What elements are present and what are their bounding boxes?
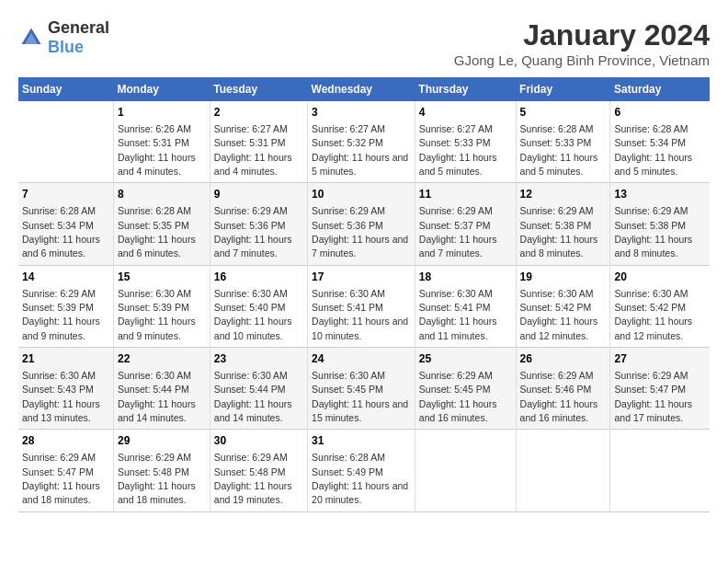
day-number: 15 [118,270,206,285]
day-cell: 12Sunrise: 6:29 AMSunset: 5:38 PMDayligh… [516,183,610,265]
daylight-text: Daylight: 11 hours and 15 minutes. [312,398,408,423]
day-cell [18,101,114,183]
day-cell: 21Sunrise: 6:30 AMSunset: 5:43 PMDayligh… [18,348,114,430]
day-cell: 9Sunrise: 6:29 AMSunset: 5:36 PMDaylight… [210,183,307,265]
daylight-text: Daylight: 11 hours and 6 minutes. [22,234,100,259]
sunrise-text: Sunrise: 6:29 AM [118,452,191,463]
daylight-text: Daylight: 11 hours and 11 minutes. [419,316,497,340]
sunrise-text: Sunrise: 6:27 AM [419,123,493,134]
day-cell: 11Sunrise: 6:29 AMSunset: 5:37 PMDayligh… [415,183,516,265]
day-cell [415,430,516,511]
day-number: 27 [614,351,706,367]
day-cell: 1Sunrise: 6:26 AMSunset: 5:31 PMDaylight… [114,101,210,183]
daylight-text: Daylight: 11 hours and 18 minutes. [118,480,196,505]
day-number: 1 [118,105,206,121]
sunrise-text: Sunrise: 6:30 AM [520,288,594,299]
day-cell: 13Sunrise: 6:29 AMSunset: 5:38 PMDayligh… [610,183,710,265]
day-cell: 20Sunrise: 6:30 AMSunset: 5:42 PMDayligh… [610,265,710,347]
daylight-text: Daylight: 11 hours and 16 minutes. [419,398,497,423]
sunset-text: Sunset: 5:42 PM [520,302,592,313]
daylight-text: Daylight: 11 hours and 17 minutes. [614,398,692,423]
sunset-text: Sunset: 5:42 PM [614,302,686,313]
sunrise-text: Sunrise: 6:30 AM [118,370,191,381]
sunrise-text: Sunrise: 6:30 AM [419,288,493,299]
day-number: 2 [214,105,303,121]
calendar-body: 1Sunrise: 6:26 AMSunset: 5:31 PMDaylight… [18,101,710,511]
day-cell: 14Sunrise: 6:29 AMSunset: 5:39 PMDayligh… [18,265,114,347]
sunrise-text: Sunrise: 6:29 AM [520,370,594,381]
day-cell: 8Sunrise: 6:28 AMSunset: 5:35 PMDaylight… [114,183,210,265]
daylight-text: Daylight: 11 hours and 5 minutes. [614,152,692,177]
sunset-text: Sunset: 5:33 PM [520,137,592,148]
day-cell: 29Sunrise: 6:29 AMSunset: 5:48 PMDayligh… [114,430,210,511]
daylight-text: Daylight: 11 hours and 8 minutes. [614,234,692,259]
daylight-text: Daylight: 11 hours and 9 minutes. [22,316,100,340]
sunrise-text: Sunrise: 6:26 AM [118,123,191,134]
day-number: 4 [419,105,512,121]
sunset-text: Sunset: 5:31 PM [214,137,286,148]
sunset-text: Sunset: 5:38 PM [520,220,592,231]
sunrise-text: Sunrise: 6:29 AM [312,205,385,216]
sunrise-text: Sunrise: 6:30 AM [214,288,288,299]
day-cell [610,430,710,511]
day-number: 30 [214,433,303,449]
sunset-text: Sunset: 5:34 PM [614,137,686,148]
header-cell-saturday: Saturday [610,77,710,101]
day-number: 11 [419,187,512,202]
daylight-text: Daylight: 11 hours and 14 minutes. [118,398,196,423]
logo-icon [18,25,44,51]
day-cell: 17Sunrise: 6:30 AMSunset: 5:41 PMDayligh… [308,265,415,347]
day-cell: 10Sunrise: 6:29 AMSunset: 5:36 PMDayligh… [308,183,415,265]
daylight-text: Daylight: 11 hours and 20 minutes. [312,480,408,505]
day-number: 28 [22,433,109,449]
sunrise-text: Sunrise: 6:30 AM [312,288,385,299]
day-cell: 23Sunrise: 6:30 AMSunset: 5:44 PMDayligh… [210,348,307,430]
day-number: 5 [520,105,607,121]
day-number: 24 [312,351,411,367]
day-number: 18 [419,270,512,285]
day-number: 10 [312,187,411,202]
day-number: 14 [22,270,109,285]
day-cell: 30Sunrise: 6:29 AMSunset: 5:48 PMDayligh… [210,430,307,511]
day-number: 20 [614,270,706,285]
sunset-text: Sunset: 5:35 PM [118,220,189,231]
sunrise-text: Sunrise: 6:29 AM [22,452,96,463]
sunrise-text: Sunrise: 6:28 AM [614,123,688,134]
sunrise-text: Sunrise: 6:30 AM [312,370,385,381]
daylight-text: Daylight: 11 hours and 5 minutes. [520,152,598,177]
sunset-text: Sunset: 5:41 PM [419,302,491,313]
sunset-text: Sunset: 5:41 PM [312,302,383,313]
day-cell: 28Sunrise: 6:29 AMSunset: 5:47 PMDayligh… [18,430,114,511]
daylight-text: Daylight: 11 hours and 12 minutes. [614,316,692,340]
sunrise-text: Sunrise: 6:30 AM [614,288,688,299]
sunrise-text: Sunrise: 6:30 AM [214,370,288,381]
daylight-text: Daylight: 11 hours and 7 minutes. [419,234,497,259]
daylight-text: Daylight: 11 hours and 18 minutes. [22,480,100,505]
header-cell-sunday: Sunday [18,77,114,101]
sunset-text: Sunset: 5:37 PM [419,220,491,231]
day-cell: 24Sunrise: 6:30 AMSunset: 5:45 PMDayligh… [308,348,415,430]
week-row-2: 7Sunrise: 6:28 AMSunset: 5:34 PMDaylight… [18,183,710,265]
sunset-text: Sunset: 5:46 PM [520,384,592,395]
day-number: 29 [118,433,206,449]
sunrise-text: Sunrise: 6:28 AM [118,205,191,216]
sunset-text: Sunset: 5:36 PM [214,220,286,231]
sunset-text: Sunset: 5:48 PM [214,466,286,477]
sunrise-text: Sunrise: 6:27 AM [312,123,385,134]
day-cell: 18Sunrise: 6:30 AMSunset: 5:41 PMDayligh… [415,265,516,347]
sunset-text: Sunset: 5:39 PM [22,302,94,313]
logo-text: General Blue [48,18,109,57]
sunset-text: Sunset: 5:47 PM [614,384,686,395]
sunset-text: Sunset: 5:34 PM [22,220,94,231]
daylight-text: Daylight: 11 hours and 4 minutes. [214,152,292,177]
daylight-text: Daylight: 11 hours and 4 minutes. [118,152,196,177]
day-number: 3 [312,105,411,121]
daylight-text: Daylight: 11 hours and 13 minutes. [22,398,100,423]
calendar-header: SundayMondayTuesdayWednesdayThursdayFrid… [18,77,710,101]
day-number: 12 [520,187,607,202]
week-row-4: 21Sunrise: 6:30 AMSunset: 5:43 PMDayligh… [18,348,710,430]
header-cell-tuesday: Tuesday [210,77,307,101]
day-cell: 26Sunrise: 6:29 AMSunset: 5:46 PMDayligh… [516,348,610,430]
sunset-text: Sunset: 5:49 PM [312,466,383,477]
sunset-text: Sunset: 5:40 PM [214,302,286,313]
